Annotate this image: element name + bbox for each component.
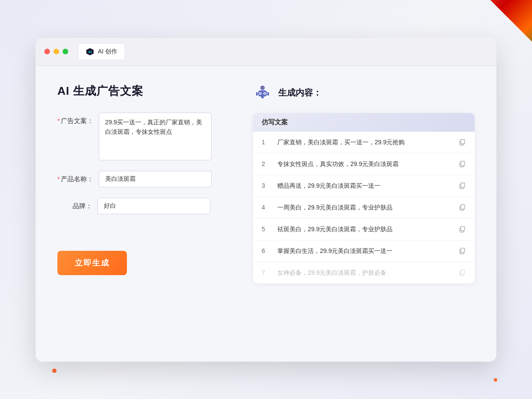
row-num-7: 7 <box>262 269 270 276</box>
svg-rect-26 <box>461 270 465 274</box>
table-row: 5 祛斑美白，29.9元美白淡斑霜，专业护肤品 <box>253 219 475 240</box>
copy-icon-7[interactable] <box>458 269 466 276</box>
table-row: 4 一周美白，29.9元美白淡斑霜，专业护肤品 <box>253 197 475 219</box>
copy-icon-4[interactable] <box>458 203 466 211</box>
browser-tab[interactable]: AI AI 创作 <box>79 44 124 60</box>
ad-copy-label: *广告文案： <box>57 113 93 125</box>
required-star-product: * <box>57 175 60 183</box>
traffic-lights <box>44 49 68 54</box>
generate-button[interactable]: 立即生成 <box>57 251 127 275</box>
svg-rect-22 <box>461 226 465 231</box>
row-text-1: 厂家直销，美白淡斑霜，买一送一，29.9元抢购 <box>277 138 451 147</box>
table-row: 6 掌握美白生活，29.9元美白淡斑霜买一送一 <box>253 240 475 262</box>
robot-icon <box>253 83 272 103</box>
table-row: 1 厂家直销，美白淡斑霜，买一送一，29.9元抢购 <box>253 132 475 153</box>
svg-rect-16 <box>461 161 465 166</box>
svg-point-7 <box>264 93 266 94</box>
copy-icon-2[interactable] <box>458 160 466 168</box>
row-text-5: 祛斑美白，29.9元美白淡斑霜，专业护肤品 <box>277 225 451 234</box>
product-name-group: *产品名称： <box>57 171 227 187</box>
svg-point-6 <box>260 93 261 94</box>
svg-rect-20 <box>461 205 465 209</box>
svg-rect-14 <box>461 140 465 144</box>
svg-rect-10 <box>267 92 269 96</box>
browser-titlebar: AI AI 创作 <box>36 38 496 66</box>
svg-rect-18 <box>461 183 465 187</box>
row-text-6: 掌握美白生活，29.9元美白淡斑霜买一送一 <box>277 246 451 256</box>
row-num-2: 2 <box>262 160 270 167</box>
svg-rect-24 <box>461 248 465 253</box>
svg-rect-9 <box>256 92 258 96</box>
dot-decoration-left <box>52 369 57 373</box>
row-num-3: 3 <box>262 182 270 189</box>
close-button[interactable] <box>44 49 50 54</box>
tab-label: AI 创作 <box>98 48 117 56</box>
row-num-1: 1 <box>262 139 270 146</box>
ad-copy-group: *广告文案： 29.9买一送一，真正的厂家直销，美白淡斑霜，专抹女性斑点 <box>57 113 227 160</box>
right-header: 生成内容： <box>253 83 475 103</box>
table-header: 仿写文案 <box>253 113 475 132</box>
table-row: 3 赠品再送，29.9元美白淡斑霜买一送一 <box>253 175 475 197</box>
row-text-2: 专抹女性斑点，真实功效，29.9元美白淡斑霜 <box>277 160 451 169</box>
product-name-input[interactable] <box>99 171 212 187</box>
copy-icon-1[interactable] <box>458 138 466 146</box>
row-text-7: 女神必备，29.9元美白淡斑霜，护肤必备 <box>277 268 451 277</box>
brand-input[interactable] <box>97 198 210 214</box>
browser-window: AI AI 创作 AI 生成广告文案 *广告文案： 29.9买一送一，真正的厂家… <box>36 38 496 362</box>
left-panel: AI 生成广告文案 *广告文案： 29.9买一送一，真正的厂家直销，美白淡斑霜，… <box>57 83 227 344</box>
row-num-4: 4 <box>262 204 270 211</box>
required-star-ad: * <box>57 117 60 124</box>
page-title: AI 生成广告文案 <box>57 83 227 99</box>
copy-icon-6[interactable] <box>458 247 466 255</box>
browser-content: AI 生成广告文案 *广告文案： 29.9买一送一，真正的厂家直销，美白淡斑霜，… <box>36 66 496 362</box>
right-title: 生成内容： <box>278 87 322 99</box>
ad-copy-input[interactable]: 29.9买一送一，真正的厂家直销，美白淡斑霜，专抹女性斑点 <box>99 113 212 160</box>
copy-icon-5[interactable] <box>458 225 466 233</box>
dot-decoration-right <box>494 378 497 382</box>
ai-tab-icon: AI <box>86 47 94 56</box>
maximize-button[interactable] <box>63 49 68 54</box>
brand-group: 品牌： <box>57 198 227 214</box>
row-text-3: 赠品再送，29.9元美白淡斑霜买一送一 <box>277 181 451 190</box>
svg-text:AI: AI <box>88 50 92 54</box>
product-name-label: *产品名称： <box>57 171 93 183</box>
row-num-5: 5 <box>262 226 270 233</box>
row-num-6: 6 <box>262 247 270 254</box>
table-row: 7 女神必备，29.9元美白淡斑霜，护肤必备 <box>253 262 475 283</box>
row-text-4: 一周美白，29.9元美白淡斑霜，专业护肤品 <box>277 203 451 212</box>
minimize-button[interactable] <box>53 49 59 54</box>
right-panel: 生成内容： 仿写文案 1 厂家直销，美白淡斑霜，买一送一，29.9元抢购 2 专… <box>253 83 475 344</box>
svg-rect-8 <box>261 96 264 98</box>
copy-icon-3[interactable] <box>458 182 466 190</box>
brand-label: 品牌： <box>57 198 92 210</box>
results-table: 仿写文案 1 厂家直销，美白淡斑霜，买一送一，29.9元抢购 2 专抹女性斑点，… <box>253 113 475 283</box>
table-row: 2 专抹女性斑点，真实功效，29.9元美白淡斑霜 <box>253 153 475 175</box>
